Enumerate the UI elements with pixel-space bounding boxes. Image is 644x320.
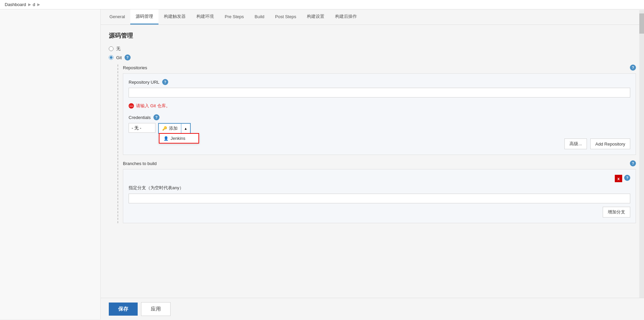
tab-poststeps[interactable]: Post Steps (270, 10, 302, 24)
add-btn-dropdown-arrow[interactable]: ▲ (181, 124, 190, 133)
credentials-select-wrapper: - 无 - (129, 123, 155, 133)
add-branch-button[interactable]: 增加分支 (603, 207, 630, 217)
dropdown-jenkins-label: Jenkins (171, 136, 185, 141)
tab-general[interactable]: General (104, 10, 130, 24)
bottom-bar: 保存 应用 (101, 298, 644, 319)
tabs-bar: General 源码管理 构建触发器 构建环境 Pre Steps Build … (101, 9, 644, 25)
credentials-row: - 无 - 🔑 添加 ▲ (129, 123, 630, 134)
branch-field-label-row: 指定分支（为空时代表any） (129, 185, 630, 191)
branches-section-outer: Branches to build ? x ? 指 (123, 160, 636, 223)
key-icon: 🔑 (162, 126, 167, 131)
radio-none[interactable]: 无 (109, 46, 636, 52)
arrow-up-icon: ▲ (184, 127, 187, 130)
add-branch-row: 增加分支 (129, 207, 630, 217)
bottom-spacer (109, 223, 636, 250)
credentials-section: Credentials ? - 无 - (129, 114, 630, 134)
tab-build[interactable]: Build (249, 10, 270, 24)
save-button[interactable]: 保存 (109, 303, 138, 316)
add-repository-button[interactable]: Add Repository (590, 138, 630, 149)
tab-trigger[interactable]: 构建触发器 (158, 9, 191, 25)
radio-none-input[interactable] (109, 46, 113, 51)
credentials-help-icon[interactable]: ? (153, 114, 159, 120)
branch-field-label: 指定分支（为空时代表any） (129, 185, 184, 191)
add-btn-group: 🔑 添加 ▲ 👤 Jenkins (158, 123, 191, 134)
repo-button-row: 高级... Add Repository (129, 138, 630, 149)
person-icon: 👤 (164, 136, 169, 141)
error-text: 请输入 Git 仓库。 (136, 103, 170, 109)
page-content: 源码管理 无 Git ? Repositories ? (101, 25, 644, 257)
delete-x-icon: x (617, 176, 619, 181)
left-panel (0, 9, 101, 319)
branches-header-row: Branches to build ? (123, 160, 636, 166)
error-message-row: — 请输入 Git 仓库。 (129, 103, 630, 109)
repo-url-label: Repository URL (129, 80, 159, 85)
breadcrumb-dashboard[interactable]: Dashboard (5, 2, 26, 7)
advanced-button[interactable]: 高级... (564, 138, 587, 149)
apply-button[interactable]: 应用 (141, 302, 171, 316)
add-credentials-button[interactable]: 🔑 添加 (159, 124, 181, 133)
add-btn-label: 添加 (169, 125, 178, 131)
breadcrumb-chevron: ▶ (37, 2, 40, 7)
branches-label: Branches to build (123, 161, 156, 166)
breadcrumb-item[interactable]: d (33, 2, 35, 7)
git-dashed-section: Repositories ? Repository URL ? — 请输入 Gi… (118, 65, 636, 223)
credentials-dropdown: 👤 Jenkins (159, 133, 199, 144)
repository-url-input[interactable] (129, 88, 630, 97)
tab-env[interactable]: 构建环境 (191, 9, 219, 25)
radio-none-label: 无 (116, 46, 121, 52)
radio-git[interactable]: Git ? (109, 54, 636, 61)
radio-git-label: Git (116, 55, 122, 60)
repositories-label: Repositories (123, 65, 147, 70)
breadcrumb-bar: Dashboard ▶ d ▶ (0, 0, 644, 9)
repository-panel: Repository URL ? — 请输入 Git 仓库。 Credentia… (123, 73, 636, 155)
page-title: 源码管理 (109, 32, 636, 40)
branch-item-help-icon[interactable]: ? (624, 175, 630, 181)
tab-settings[interactable]: 构建设置 (302, 9, 330, 25)
branches-panel: x ? 指定分支（为空时代表any） */master 增加分支 (123, 169, 636, 223)
repo-url-label-row: Repository URL ? (129, 79, 630, 85)
tab-postops[interactable]: 构建后操作 (330, 9, 362, 25)
content-area: General 源码管理 构建触发器 构建环境 Pre Steps Build … (101, 9, 644, 319)
tab-presteps[interactable]: Pre Steps (219, 10, 249, 24)
credentials-select[interactable]: - 无 - (129, 123, 155, 133)
credentials-label: Credentials (129, 115, 151, 120)
scrollbar-thumb[interactable] (639, 13, 644, 34)
repo-url-help-icon[interactable]: ? (162, 79, 168, 85)
radio-group: 无 Git ? (109, 46, 636, 61)
branch-input[interactable]: */master (129, 194, 630, 203)
credentials-label-row: Credentials ? (129, 114, 630, 120)
delete-branch-button[interactable]: x (615, 175, 622, 182)
breadcrumb-sep1: ▶ (28, 2, 31, 7)
tab-source[interactable]: 源码管理 (130, 9, 158, 25)
branches-help-icon[interactable]: ? (630, 160, 636, 166)
git-help-icon[interactable]: ? (125, 54, 131, 61)
radio-git-input[interactable] (109, 55, 113, 60)
repositories-label-row: Repositories ? (123, 65, 636, 71)
error-icon: — (129, 103, 134, 109)
repositories-help-icon[interactable]: ? (630, 65, 636, 71)
branch-delete-row: x ? (129, 175, 630, 182)
dropdown-jenkins-item[interactable]: 👤 Jenkins (159, 134, 198, 143)
scrollbar[interactable] (639, 10, 644, 319)
